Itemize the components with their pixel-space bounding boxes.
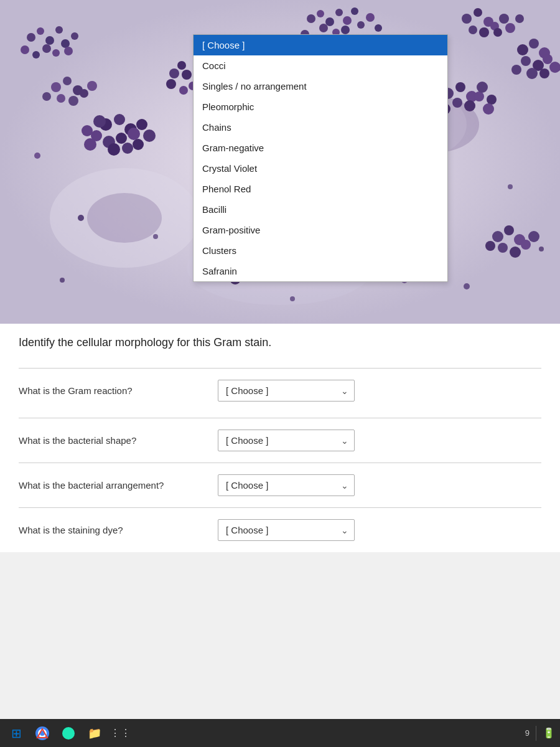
svg-point-147 (485, 241, 495, 251)
dropdown-option-clusters[interactable]: Clusters (194, 240, 447, 261)
chrome-button[interactable] (31, 723, 54, 744)
bacterial-arrangement-dropdown-container[interactable]: [ Choose ] ⌄ (218, 474, 355, 496)
circle-app-button[interactable] (57, 723, 80, 744)
svg-point-7 (335, 9, 343, 16)
svg-point-74 (455, 82, 465, 92)
svg-point-64 (128, 128, 140, 140)
svg-point-141 (504, 225, 514, 235)
svg-point-70 (84, 138, 96, 151)
staining-dye-select[interactable]: [ Choose ] (218, 519, 355, 541)
dropdown-option-pleomorphic[interactable]: Pleomorphic (194, 96, 447, 117)
dropdown-option-safranin[interactable]: Safranin (194, 261, 447, 281)
svg-point-71 (133, 139, 144, 150)
svg-point-146 (528, 231, 539, 242)
bacterial-arrangement-select[interactable]: [ Choose ] (218, 474, 355, 496)
svg-point-117 (60, 278, 65, 283)
taskbar-time: 9 (525, 728, 530, 738)
svg-point-10 (319, 24, 328, 32)
svg-point-4 (307, 14, 315, 23)
svg-point-69 (122, 143, 133, 154)
dropdown-option-gram-negative[interactable]: Gram-negative (194, 138, 447, 158)
svg-point-145 (521, 240, 531, 250)
svg-point-122 (462, 14, 472, 24)
dropdown-option-cocci[interactable]: Cocci (194, 55, 447, 76)
svg-point-8 (343, 16, 352, 25)
svg-point-63 (116, 133, 127, 144)
staining-dye-dropdown-container[interactable]: [ Choose ] ⌄ (218, 519, 355, 541)
taskbar-divider (536, 726, 536, 741)
svg-point-133 (63, 77, 72, 85)
svg-point-119 (34, 153, 40, 159)
svg-point-20 (45, 36, 54, 45)
svg-point-68 (108, 143, 120, 156)
svg-point-18 (27, 33, 35, 42)
svg-point-91 (539, 68, 549, 78)
dropdown-option-gram-positive[interactable]: Gram-positive (194, 220, 447, 240)
apps-button[interactable]: ⋮⋮ (110, 723, 132, 744)
svg-point-154 (62, 727, 75, 740)
svg-point-132 (51, 82, 61, 92)
svg-point-67 (82, 125, 93, 136)
taskbar-right-area: 9 🔋 (525, 726, 555, 741)
gram-reaction-select[interactable]: [ Choose ] (218, 380, 355, 402)
svg-point-41 (177, 61, 186, 70)
dropdown-option-singles[interactable]: Singles / no arrangement (194, 76, 447, 96)
dropdown-option-phenol-red[interactable]: Phenol Red (194, 179, 447, 199)
staining-dye-label: What is the staining dye? (19, 525, 218, 535)
battery-icon: 🔋 (543, 727, 555, 739)
svg-point-66 (93, 115, 106, 128)
svg-point-21 (55, 26, 63, 34)
svg-point-24 (42, 44, 51, 53)
svg-point-144 (510, 247, 521, 258)
dropdown-option-choose[interactable]: [ Choose ] (194, 35, 447, 55)
dropdown-option-bacilli[interactable]: Bacilli (194, 199, 447, 220)
svg-point-135 (57, 94, 65, 103)
svg-point-136 (68, 96, 78, 106)
files-button[interactable]: 📁 (83, 723, 106, 744)
bacterial-arrangement-label: What is the bacterial arrangement? (19, 480, 218, 491)
svg-point-139 (42, 92, 51, 101)
svg-point-22 (21, 45, 29, 54)
svg-point-42 (169, 68, 179, 78)
bacterial-shape-select[interactable]: [ Choose ] (218, 430, 355, 451)
gram-reaction-dropdown-container[interactable]: [ Choose ] ⌄ (218, 380, 355, 402)
svg-point-80 (487, 95, 497, 105)
svg-point-78 (474, 92, 484, 101)
svg-point-123 (474, 8, 482, 17)
svg-point-29 (182, 70, 192, 80)
svg-point-113 (153, 234, 158, 239)
gram-reaction-row: What is the Gram reaction? [ Choose ] ⌄ (19, 368, 541, 413)
svg-point-137 (80, 89, 88, 98)
windows-start-button[interactable]: ⊞ (5, 723, 27, 744)
svg-point-15 (375, 24, 382, 32)
svg-point-9 (351, 7, 358, 15)
dropdown-option-crystal-violet[interactable]: Crystal Violet (194, 158, 447, 179)
svg-point-138 (87, 81, 97, 91)
svg-point-143 (498, 243, 508, 253)
svg-point-85 (529, 39, 539, 49)
svg-point-115 (508, 184, 513, 189)
svg-point-114 (78, 215, 84, 221)
svg-point-27 (71, 32, 78, 40)
svg-point-19 (37, 27, 44, 35)
svg-point-44 (166, 79, 176, 89)
svg-point-59 (114, 114, 125, 125)
svg-point-120 (539, 247, 544, 251)
svg-point-128 (499, 14, 509, 24)
bacterial-shape-dropdown-container[interactable]: [ Choose ] ⌄ (218, 430, 355, 451)
svg-point-93 (511, 65, 521, 75)
bacterial-shape-row: What is the bacterial shape? [ Choose ] … (19, 418, 541, 463)
svg-point-130 (505, 23, 515, 33)
staining-dye-row: What is the staining dye? [ Choose ] ⌄ (19, 507, 541, 552)
svg-point-43 (179, 86, 188, 95)
bacterial-arrangement-row: What is the bacterial arrangement? [ Cho… (19, 463, 541, 507)
dropdown-option-chains[interactable]: Chains (194, 117, 447, 138)
svg-point-89 (543, 54, 553, 64)
svg-point-25 (52, 49, 60, 57)
svg-point-131 (515, 14, 524, 23)
svg-point-84 (517, 44, 528, 55)
svg-point-23 (32, 51, 40, 59)
svg-point-26 (61, 39, 70, 48)
gram-reaction-dropdown-open[interactable]: [ Choose ] Cocci Singles / no arrangemen… (193, 34, 448, 282)
svg-point-13 (357, 21, 365, 29)
